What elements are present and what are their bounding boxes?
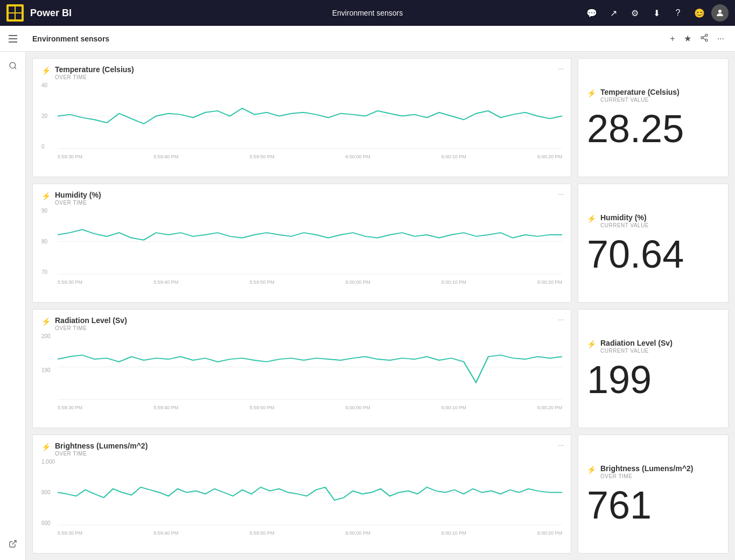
brightness-chart-area: 1,000 800 600 5:59:30 PM 5:59:40 PM 5:59… bbox=[41, 459, 562, 537]
radiation-chart-area: 200 190 5:59:30 PM 5:59:40 PM 5:59:50 PM bbox=[41, 333, 562, 411]
share-dashboard-button[interactable] bbox=[698, 31, 711, 46]
card-more-icon[interactable]: ··· bbox=[558, 315, 564, 324]
temperature-current-title: Temperature (Celsius) bbox=[600, 88, 680, 96]
radiation-over-time-title: Radiation Level (Sv) bbox=[55, 316, 127, 325]
favorite-button[interactable]: ★ bbox=[682, 31, 694, 46]
app-launcher-button[interactable] bbox=[6, 4, 24, 22]
brightness-over-time-title: Brightness (Lumens/m^2) bbox=[55, 442, 148, 450]
card-header: ⚡ Radiation Level (Sv) CURRENT VALUE bbox=[587, 339, 673, 354]
card-header: ⚡ Temperature (Celsius) CURRENT VALUE bbox=[587, 88, 680, 103]
card-header: ⚡ Humidity (%) OVER TIME bbox=[41, 191, 562, 206]
humidity-over-time-title: Humidity (%) bbox=[55, 191, 101, 199]
temperature-over-time-title: Temperature (Celsius) bbox=[55, 65, 134, 74]
more-options-button[interactable]: ··· bbox=[715, 32, 726, 46]
humidity-y-labels: 90 80 70 bbox=[41, 208, 57, 275]
dashboard: ⚡ Temperature (Celsius) OVER TIME ··· 40… bbox=[26, 52, 735, 560]
temperature-current-subtitle: CURRENT VALUE bbox=[600, 97, 680, 103]
radiation-over-time-card: ⚡ Radiation Level (Sv) OVER TIME ··· 200… bbox=[32, 309, 571, 428]
card-header: ⚡ Brightness (Lumens/m^2) OVER TIME bbox=[587, 464, 693, 479]
sidebar-external-icon[interactable] bbox=[3, 534, 23, 554]
humidity-current-card: ⚡ Humidity (%) CURRENT VALUE 70.64 bbox=[578, 184, 729, 303]
humidity-over-time-subtitle: OVER TIME bbox=[55, 200, 101, 206]
bolt-icon: ⚡ bbox=[41, 317, 51, 326]
menu-icon[interactable] bbox=[9, 30, 26, 47]
add-button[interactable]: + bbox=[668, 32, 677, 46]
brightness-over-time-subtitle: OVER TIME bbox=[55, 451, 148, 457]
sidebar-bottom bbox=[3, 534, 23, 554]
card-header: ⚡ Humidity (%) CURRENT VALUE bbox=[587, 213, 649, 228]
svg-line-7 bbox=[12, 541, 16, 544]
humidity-x-labels: 5:59:30 PM 5:59:40 PM 5:59:50 PM 6:00:00… bbox=[58, 279, 562, 285]
main-layout: ⚡ Temperature (Celsius) OVER TIME ··· 40… bbox=[0, 52, 735, 560]
radiation-over-time-subtitle: OVER TIME bbox=[55, 325, 127, 331]
svg-point-2 bbox=[701, 37, 703, 39]
card-header: ⚡ Radiation Level (Sv) OVER TIME bbox=[41, 316, 562, 331]
svg-line-5 bbox=[703, 36, 705, 37]
bolt-icon: ⚡ bbox=[587, 465, 596, 474]
temperature-over-time-card: ⚡ Temperature (Celsius) OVER TIME ··· 40… bbox=[32, 58, 571, 177]
card-more-icon[interactable]: ··· bbox=[558, 440, 564, 449]
feedback-icon[interactable]: 😊 bbox=[690, 3, 709, 23]
brightness-chart-wrapper: 5:59:30 PM 5:59:40 PM 5:59:50 PM 6:00:00… bbox=[58, 459, 562, 526]
humidity-chart-area: 90 80 70 5:59:30 PM 5:59:40 PM 5:59:50 P… bbox=[41, 208, 562, 286]
comment-icon[interactable]: 💬 bbox=[582, 3, 601, 23]
brightness-current-title: Brightness (Lumens/m^2) bbox=[600, 464, 693, 473]
radiation-chart-wrapper: 5:59:30 PM 5:59:40 PM 5:59:50 PM 6:00:00… bbox=[58, 333, 562, 401]
subheader-actions: + ★ ··· bbox=[668, 31, 726, 46]
bolt-icon: ⚡ bbox=[41, 192, 51, 200]
brightness-y-labels: 1,000 800 600 bbox=[41, 459, 57, 526]
bolt-icon: ⚡ bbox=[587, 89, 596, 97]
bolt-icon: ⚡ bbox=[587, 214, 596, 223]
sub-header: Environment sensors + ★ ··· bbox=[0, 26, 735, 52]
brightness-current-card: ⚡ Brightness (Lumens/m^2) OVER TIME 761 bbox=[578, 435, 729, 554]
svg-point-0 bbox=[718, 10, 722, 13]
svg-point-3 bbox=[705, 39, 708, 41]
radiation-x-labels: 5:59:30 PM 5:59:40 PM 5:59:50 PM 6:00:00… bbox=[58, 405, 562, 410]
brightness-over-time-card: ⚡ Brightness (Lumens/m^2) OVER TIME ··· … bbox=[32, 435, 571, 554]
bolt-icon: ⚡ bbox=[41, 443, 51, 451]
humidity-current-subtitle: CURRENT VALUE bbox=[600, 222, 649, 228]
brightness-current-value: 761 bbox=[587, 486, 652, 524]
help-icon[interactable]: ? bbox=[668, 3, 688, 23]
humidity-current-value: 70.64 bbox=[587, 235, 684, 274]
page-title: Environment sensors bbox=[32, 34, 668, 43]
humidity-current-title: Humidity (%) bbox=[600, 213, 649, 222]
download-icon[interactable]: ⬇ bbox=[647, 3, 666, 23]
temperature-chart-area: 40 20 0 5:59:30 PM 5:59:40 PM 5:59:50 PM… bbox=[41, 82, 562, 160]
card-header: ⚡ Brightness (Lumens/m^2) OVER TIME bbox=[41, 442, 562, 457]
humidity-over-time-card: ⚡ Humidity (%) OVER TIME ··· 90 80 70 bbox=[32, 184, 571, 303]
radiation-current-value: 199 bbox=[587, 360, 652, 399]
radiation-y-labels: 200 190 bbox=[41, 333, 57, 401]
temperature-current-value: 28.25 bbox=[587, 109, 684, 148]
page-name-center: Environment sensors bbox=[332, 9, 403, 17]
humidity-line-chart bbox=[58, 208, 562, 275]
app-title: Power BI bbox=[30, 8, 576, 19]
radiation-current-card: ⚡ Radiation Level (Sv) CURRENT VALUE 199 bbox=[578, 309, 729, 428]
brightness-current-subtitle: OVER TIME bbox=[600, 473, 693, 479]
temperature-over-time-subtitle: OVER TIME bbox=[55, 74, 134, 80]
card-more-icon[interactable]: ··· bbox=[558, 64, 564, 73]
sidebar-search-icon[interactable] bbox=[3, 56, 23, 75]
card-header: ⚡ Temperature (Celsius) OVER TIME bbox=[41, 65, 562, 80]
card-more-icon[interactable]: ··· bbox=[558, 190, 564, 198]
sidebar bbox=[0, 52, 26, 560]
humidity-chart-wrapper: 5:59:30 PM 5:59:40 PM 5:59:50 PM 6:00:00… bbox=[58, 208, 562, 275]
bolt-icon: ⚡ bbox=[587, 340, 596, 348]
brightness-line-chart bbox=[58, 459, 562, 526]
brightness-x-labels: 5:59:30 PM 5:59:40 PM 5:59:50 PM 6:00:00… bbox=[58, 530, 562, 536]
settings-icon[interactable]: ⚙ bbox=[625, 3, 645, 23]
top-navigation: Power BI Environment sensors 💬 ↗ ⚙ ⬇ ? 😊 bbox=[0, 0, 735, 26]
radiation-line-chart bbox=[58, 333, 562, 401]
svg-line-4 bbox=[703, 38, 705, 40]
svg-point-6 bbox=[10, 62, 16, 68]
temperature-chart-wrapper: 5:59:30 PM 5:59:40 PM 5:59:50 PM 6:00:00… bbox=[58, 82, 562, 150]
svg-point-1 bbox=[705, 34, 708, 36]
radiation-current-title: Radiation Level (Sv) bbox=[600, 339, 673, 347]
temperature-line-chart bbox=[58, 82, 562, 150]
user-avatar[interactable] bbox=[711, 4, 729, 22]
bolt-icon: ⚡ bbox=[41, 66, 51, 75]
radiation-current-subtitle: CURRENT VALUE bbox=[600, 348, 673, 354]
share-icon[interactable]: ↗ bbox=[604, 3, 623, 23]
temperature-current-card: ⚡ Temperature (Celsius) CURRENT VALUE 28… bbox=[578, 58, 729, 177]
nav-icon-group: 💬 ↗ ⚙ ⬇ ? 😊 bbox=[582, 3, 729, 23]
